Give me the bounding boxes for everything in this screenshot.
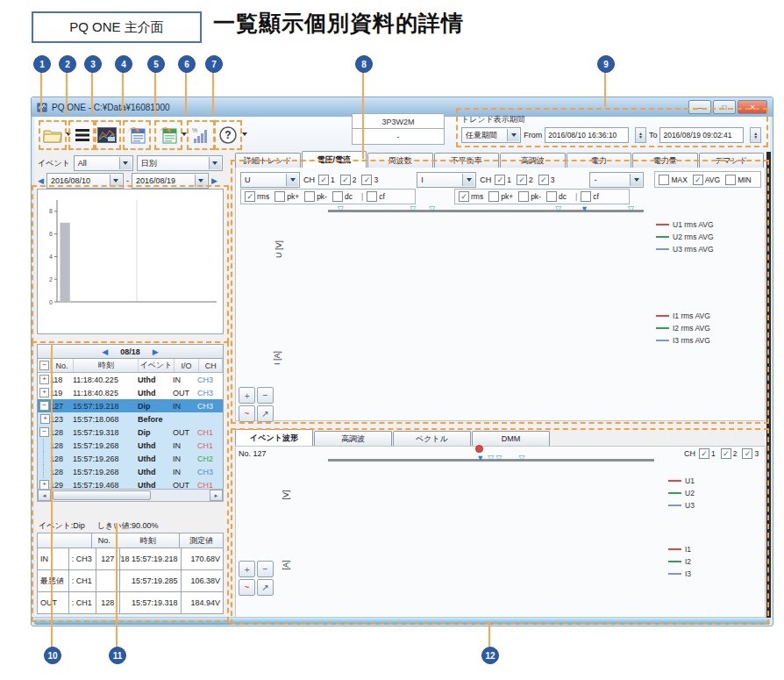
param-none-select[interactable]: - [589, 172, 644, 188]
wave-tab-3[interactable]: DMM [472, 431, 550, 446]
view-mode-select[interactable]: 日別 [137, 155, 223, 171]
period-from-input[interactable]: 2016/08/10 16:36:10 [545, 127, 629, 143]
svg-text:?: ? [225, 129, 231, 141]
wave-tab-1[interactable]: 高調波 [314, 431, 392, 446]
help-button[interactable]: ? [214, 120, 242, 150]
date-to-select[interactable]: 2016/08/19 [132, 173, 209, 189]
event-row-118[interactable]: +11811:18:40.225UthdINCH3 [38, 373, 223, 386]
scroll-left-icon[interactable]: ◄ [38, 490, 51, 501]
callout-line-11 [116, 523, 118, 647]
trend-tab-1[interactable]: 電圧/電流 [302, 151, 367, 168]
metric-group-i-cf[interactable]: cf [581, 191, 599, 202]
ch-group-u-3[interactable]: ✓3 [361, 175, 378, 185]
event-row-128[interactable]: 12815:57:19.268UthdINCH1 [38, 439, 223, 452]
ch-group-wave-1[interactable]: ✓1 [699, 448, 716, 459]
wave-tab-0[interactable]: イベント波形 [235, 429, 313, 446]
ch-group-wave-3[interactable]: ✓3 [742, 448, 759, 459]
stat-group-AVG[interactable]: ✓AVG [693, 175, 720, 185]
ch-group-i-2[interactable]: ✓2 [517, 175, 533, 185]
scroll-thumb[interactable] [53, 490, 151, 500]
date-next-icon[interactable]: ▶ [211, 176, 217, 185]
wave-cursor-tool-button[interactable]: ~ [239, 579, 255, 596]
wave-tab-2[interactable]: ベクトル [393, 431, 471, 446]
wave-zoom-out-button[interactable]: − [257, 561, 274, 577]
legend-item: U2 [668, 487, 695, 499]
event-row-128[interactable]: −12815:57:19.318DipOUTCH1 [38, 426, 223, 439]
wave-fit-tool-button[interactable]: ↗ [257, 579, 274, 596]
trend-tab-2[interactable]: 周波数 [367, 153, 433, 168]
period-range-select[interactable]: 任意期間 [461, 127, 521, 143]
svg-text:2: 2 [49, 276, 53, 283]
wave-zoom-tools: ＋ − ~ ↗ [239, 561, 274, 596]
scroll-right-icon[interactable]: ► [210, 490, 223, 501]
event-row-128[interactable]: 12815:57:19.268UthdINCH3 [38, 465, 223, 478]
histogram-button[interactable]: % [187, 120, 215, 150]
date-prev-icon[interactable]: ◀ [38, 176, 44, 185]
stat-group-MIN[interactable]: MIN [725, 175, 752, 185]
trend-period-label: トレンド表示期間 [461, 115, 525, 124]
list-next-day-icon[interactable]: ▶ [153, 347, 159, 356]
event-list-hscrollbar[interactable]: ◄ ► [37, 489, 224, 502]
metric-group-i-pk-[interactable]: pk- [518, 191, 541, 202]
to-spinner[interactable]: ▲▼ [750, 127, 761, 143]
callout-line-3 [91, 71, 93, 115]
word-export-icon [126, 126, 147, 144]
event-row-123[interactable]: +12315:57:18.068Before [38, 412, 223, 426]
trend-tab-5[interactable]: 電力 [567, 153, 632, 168]
trend-tab-6[interactable]: 電力量 [632, 153, 698, 168]
legend-item: U1 [668, 475, 695, 487]
ch-group-u-2[interactable]: ✓2 [340, 175, 357, 185]
metric-group-u-rms[interactable]: ✓rms [245, 191, 269, 202]
metric-group-u-cf[interactable]: cf [367, 191, 385, 202]
legend-item: U2 rms AVG [656, 231, 714, 243]
wave-zoom-in-button[interactable]: ＋ [239, 561, 255, 577]
wave-event-no: No. 127 [239, 449, 267, 458]
help-dropdown-arrow[interactable] [242, 132, 247, 136]
ch-label-wave: CH [684, 449, 695, 458]
metric-group-i-dc[interactable]: dc [546, 191, 567, 202]
ch-group-wave-2[interactable]: ✓2 [721, 448, 738, 459]
event-count-bar-chart: 02468 [38, 190, 223, 335]
word-export-button[interactable] [123, 120, 151, 150]
graph-image-button[interactable] [93, 120, 121, 150]
to-label: To [649, 131, 658, 140]
window-title: PQ ONE - C:¥Data¥16081000 [52, 103, 170, 112]
ch-group-i-1[interactable]: ✓1 [495, 175, 511, 185]
event-count-chart-panel[interactable]: 02468 [37, 189, 224, 334]
open-file-button[interactable] [39, 120, 67, 150]
trend-tab-4[interactable]: 高調波 [500, 153, 566, 168]
event-row-128[interactable]: 12815:57:19.268UthdINCH2 [38, 452, 223, 465]
ch-label-i: CH [480, 175, 491, 184]
csv-export-button[interactable] [154, 120, 182, 150]
from-spinner[interactable]: ▲▼ [635, 127, 646, 143]
list-icon [75, 128, 90, 142]
wave-ch-row: CH ✓1✓2✓3 [684, 448, 764, 459]
event-filter-select[interactable]: All [74, 155, 133, 171]
trend-tab-0[interactable]: 詳細トレンド [235, 153, 301, 168]
ch-group-u-1[interactable]: ✓1 [318, 175, 335, 185]
zoom-out-button[interactable]: − [257, 387, 274, 404]
stat-group-MAX[interactable]: MAX [659, 175, 687, 185]
param-u-select[interactable]: U [240, 172, 300, 188]
list-prev-day-icon[interactable]: ◀ [102, 347, 108, 356]
date-from-select[interactable]: 2016/08/10 [46, 173, 124, 189]
event-list-header: −No.時刻イベントI/OCH [38, 359, 223, 373]
trend-tab-3[interactable]: 不平衡率 [434, 153, 500, 168]
pqone-window: PQ ONE - C:¥Data¥16081000 — □ ✕ [31, 97, 773, 626]
metric-group-i-pk+[interactable]: pk+ [488, 191, 513, 202]
metric-group-i-rms[interactable]: ✓rms [459, 191, 483, 202]
zoom-in-button[interactable]: ＋ [239, 387, 255, 404]
metric-group-u-dc[interactable]: dc [332, 191, 353, 202]
event-row-119[interactable]: +11911:18:40.825UthdOUTCH3 [38, 386, 223, 399]
param-i-select[interactable]: I [417, 172, 476, 188]
trend-event-marker-strip: ▽▽▽▽▽▼ [328, 203, 644, 212]
event-row-127[interactable]: −12715:57:19.218DipINCH3 [38, 399, 223, 412]
fit-tool-button[interactable]: ↗ [257, 405, 274, 422]
metric-group-u-pk-[interactable]: pk- [304, 191, 327, 202]
period-to-input[interactable]: 2016/08/19 09:02:41 [659, 127, 744, 143]
ch-group-i-3[interactable]: ✓3 [538, 175, 555, 185]
trend-tab-7[interactable]: デマンド [699, 153, 765, 168]
event-list-table[interactable]: −No.時刻イベントI/OCH+11811:18:40.225UthdINCH3… [37, 358, 224, 490]
metric-group-u-pk+[interactable]: pk+ [274, 191, 299, 202]
cursor-tool-button[interactable]: ~ [239, 405, 255, 422]
